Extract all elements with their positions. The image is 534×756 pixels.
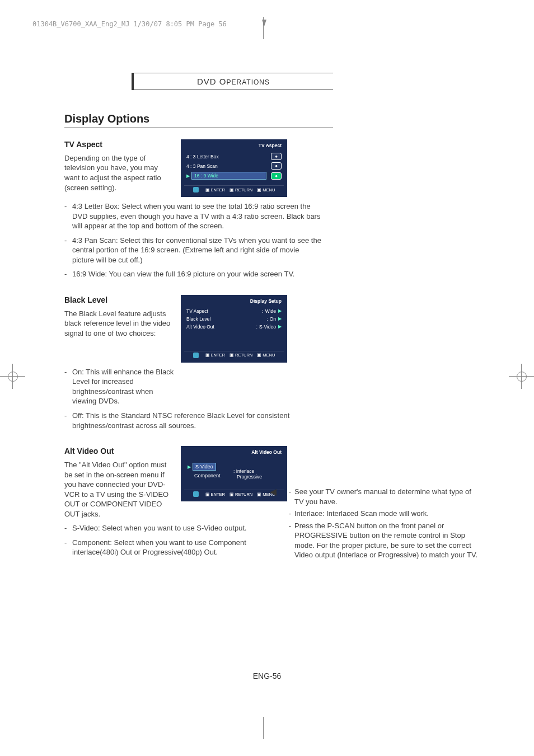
alt-video-intro: The "Alt Video Out" option must be set i…	[64, 460, 171, 519]
crop-mark-left	[0, 364, 25, 389]
osd-tvaspect-row: TV Aspect	[186, 308, 260, 314]
black-level-intro: The Black Level feature adjusts black re…	[64, 309, 171, 339]
nav-icon	[193, 353, 199, 358]
side-note-1: See your TV owner's manual to determine …	[294, 487, 481, 506]
side-note-3: Press the P-SCAN button on the front pan…	[294, 521, 481, 560]
osd-return: RETURN	[235, 187, 252, 192]
osd-blacklevel-row: Black Level	[186, 316, 265, 322]
alt-video-bullet-2: Component: Select when you want to use C…	[72, 538, 266, 557]
osd-enter: ENTER	[211, 187, 225, 192]
osd-footer-2: ▣ ENTER ▣ RETURN ▣ MENU	[184, 351, 284, 359]
osd-row-wide: 16 : 9 Wide	[191, 172, 266, 180]
osd-row-letterbox: 4 : 3 Letter Box	[186, 154, 266, 159]
osd-enter: ENTER	[211, 353, 225, 358]
black-level-bullet-2: Off: This is the Standard NTSC reference…	[72, 411, 322, 430]
side-notes: -See your TV owner's manual to determine…	[285, 487, 481, 562]
tv-aspect-section: TV Aspect Depending on the type of telev…	[64, 139, 479, 279]
osd-interlace: Interlace	[236, 468, 255, 474]
header-metadata: 01304B_V6700_XAA_Eng2_MJ 1/30/07 8:05 PM…	[32, 20, 227, 28]
crop-mark-bottom	[252, 717, 274, 739]
osd-altvideo-row: Alt Video Out	[186, 324, 254, 330]
black-level-title: Black Level	[64, 295, 171, 306]
tv-aspect-bullet-3: 16:9 Wide: You can view the full 16:9 pi…	[72, 269, 322, 279]
osd-row-panscan: 4 : 3 Pan Scan	[186, 163, 266, 169]
tv-aspect-osd: TV Aspect 4 : 3 Letter Box● 4 : 3 Pan Sc…	[181, 139, 287, 197]
osd-menu: MENU	[263, 353, 275, 358]
nav-icon	[193, 187, 199, 192]
osd-enter: ENTER	[211, 492, 225, 497]
osd-footer-3: ▣ ENTER ▣ RETURN ▣ MENU	[184, 490, 284, 498]
crop-mark-top	[252, 17, 274, 39]
chapter-main: DVD O	[197, 77, 227, 86]
section-title: Display Options	[64, 112, 333, 128]
alt-video-bullet-1: S-Video: Select when you want to use S-V…	[72, 523, 266, 533]
osd-title-ds: Display Setup	[184, 298, 284, 304]
osd-component: Component	[194, 473, 221, 478]
tv-aspect-intro: Depending on the type of television you …	[64, 153, 171, 192]
osd-altvideo-val: S-Video	[259, 324, 276, 330]
osd-return: RETURN	[235, 492, 252, 497]
tv-aspect-bullet-1: 4:3 Letter Box: Select when you want to …	[72, 201, 322, 231]
osd-tvaspect-val: Wide	[265, 308, 276, 314]
tv-aspect-bullet-2: 4:3 Pan Scan: Select this for convention…	[72, 236, 322, 265]
osd-title: TV Aspect	[184, 143, 284, 148]
osd-footer: ▣ ENTER ▣ RETURN ▣ MENU	[184, 185, 284, 194]
alt-video-title: Alt Video Out	[64, 446, 171, 457]
page-number: ENG-56	[253, 672, 282, 680]
osd-menu: MENU	[263, 187, 275, 192]
osd-progressive: Progressive	[237, 474, 262, 480]
osd-svideo: S-Video	[193, 463, 216, 471]
chapter-smallcaps: PERATIONS	[227, 78, 270, 86]
chapter-heading: DVD OPERATIONS	[132, 73, 333, 90]
black-level-section: Black Level The Black Level feature adju…	[64, 295, 479, 430]
black-level-osd: Display Setup TV Aspect:Wide▶ Black Leve…	[181, 295, 287, 363]
side-note-2: Interlace: Interlaced Scan mode will wor…	[294, 509, 481, 519]
pointer-icon	[270, 489, 277, 496]
tv-aspect-title: TV Aspect	[64, 139, 171, 150]
crop-mark-right	[509, 364, 534, 389]
osd-blacklevel-val: On	[270, 316, 276, 322]
nav-icon	[193, 491, 199, 497]
black-level-bullet-1: On: This will enhance the Black Level fo…	[72, 367, 176, 406]
osd-title-alt: Alt Video Out	[184, 449, 284, 455]
osd-return: RETURN	[235, 353, 252, 358]
